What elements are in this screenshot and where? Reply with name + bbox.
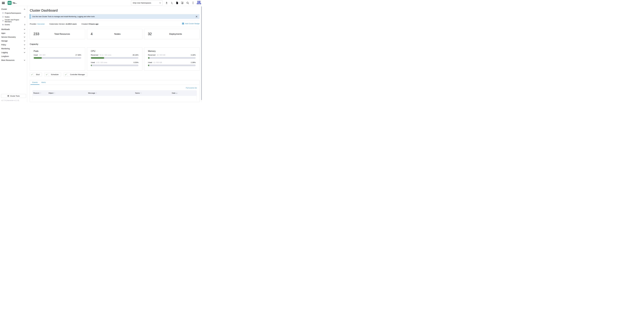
copy-kubeconfig-icon[interactable]	[181, 1, 184, 4]
gauge-percent: 28.18%	[132, 54, 138, 56]
top-header: ha... Only User Namespaces	[0, 0, 202, 6]
chevron-down-icon	[24, 29, 25, 30]
sort-icon	[140, 92, 142, 94]
chevron-down-icon	[159, 2, 161, 3]
chevron-down-icon	[24, 40, 25, 41]
sidebar-group-cluster[interactable]: Cluster	[0, 7, 27, 11]
sidebar-group-longhorn[interactable]: Longhorn	[0, 54, 27, 58]
check-icon	[45, 73, 49, 76]
sidebar-item-nodes[interactable]: Nodes 4	[0, 15, 27, 19]
folder-icon	[2, 24, 4, 25]
gear-icon	[7, 95, 9, 97]
stat-value: 32	[144, 32, 152, 36]
sort-icon	[54, 92, 55, 94]
sidebar-group-monitoring[interactable]: Monitoring	[0, 47, 27, 50]
capacity-grid: Pods Used 139 / 800 17.38% CPU Reserved …	[30, 47, 200, 70]
events-table-header: Reason Object Messag	[32, 90, 197, 96]
chevron-down-icon	[24, 60, 25, 61]
column-header-date[interactable]: Date	[171, 92, 197, 94]
page-title: Cluster Dashboard	[30, 8, 200, 12]
sidebar-group-logging[interactable]: Logging	[0, 50, 27, 54]
provider-link[interactable]: Harvester	[37, 23, 45, 25]
stat-label: Deployments	[152, 33, 200, 35]
sidebar-group-policy[interactable]: Policy	[0, 43, 27, 47]
gauge-detail: 16 / 503 GiB	[157, 54, 191, 56]
search-icon[interactable]	[186, 1, 189, 4]
gauge-percent: 17.38%	[75, 54, 81, 56]
globe-icon	[2, 20, 4, 22]
gauge-detail: 54.11 / 192 cores	[100, 54, 132, 56]
sidebar-item-projects-namespaces[interactable]: Projects/Namespaces	[0, 11, 27, 15]
user-avatar[interactable]	[197, 1, 201, 5]
chevron-up-icon	[24, 9, 25, 10]
globe-icon	[2, 12, 4, 14]
progress-bar	[148, 57, 196, 59]
gauge-percent: 3.18%	[191, 54, 196, 56]
item-count: 0	[24, 24, 25, 26]
gauge-label: Used	[148, 61, 152, 63]
stat-value: 4	[87, 32, 92, 36]
app-window: ha... Only User Namespaces	[0, 0, 202, 102]
namespace-filter-select[interactable]: Only User Namespaces	[131, 0, 163, 5]
upload-icon[interactable]	[165, 1, 168, 4]
sidebar-group-storage[interactable]: Storage	[0, 39, 27, 43]
stat-label: Nodes	[92, 33, 142, 35]
check-icon	[30, 73, 34, 76]
item-count: 4	[24, 16, 25, 18]
scrollbar-thumb[interactable]	[201, 6, 202, 100]
hamburger-menu-icon[interactable]	[2, 2, 5, 4]
add-cluster-badge-link[interactable]: Add Cluster Badge	[182, 23, 200, 24]
component-status-controller-manager: Controller Manager	[64, 73, 87, 76]
kubernetes-version-field: Kubernetes Version: v1.25.9+rke2r1	[50, 23, 77, 25]
events-panel: Events Alerts Full events list Reason	[30, 80, 200, 102]
progress-bar	[91, 65, 138, 66]
namespace-filter-value: Only User Namespaces	[133, 2, 151, 4]
sort-icon	[96, 92, 97, 94]
stat-card-total-resources: 233 Total Resources	[30, 29, 85, 39]
progress-bar	[148, 65, 196, 66]
harvester-logo[interactable]	[8, 1, 12, 5]
banner-text: Use the new Cluster Tools to manage and …	[32, 15, 196, 17]
component-status-etcd: Etcd	[30, 73, 42, 76]
sidebar-group-service-discovery[interactable]: Service Discovery	[0, 35, 27, 39]
stat-value: 233	[30, 32, 39, 36]
sidebar-item-cluster-project-members[interactable]: Cluster and Project Members	[0, 19, 27, 23]
kubeconfig-file-icon[interactable]	[176, 1, 178, 4]
column-header-name[interactable]: Name	[134, 92, 171, 94]
gauge-label: Used	[91, 61, 95, 63]
column-header-reason[interactable]: Reason	[32, 92, 48, 94]
close-icon[interactable]	[196, 15, 198, 18]
stat-label: Total Resources	[39, 33, 85, 35]
sidebar-group-more-resources[interactable]: More Resources	[0, 58, 27, 62]
column-header-message[interactable]: Message	[87, 92, 134, 94]
version-text: v2.7.6 (Harvester-v1.2.0)	[1, 100, 26, 101]
capacity-card-cpu: CPU Reserved 54.11 / 192 cores 28.18% Us…	[87, 47, 142, 70]
vertical-scrollbar[interactable]	[201, 6, 202, 102]
full-events-list-link[interactable]: Full events list	[186, 87, 197, 89]
events-table-body	[32, 96, 197, 100]
column-header-object[interactable]: Object	[48, 92, 87, 94]
sidebar-group-apps[interactable]: Apps	[0, 31, 27, 35]
component-status-scheduler: Scheduler	[44, 73, 61, 76]
badge-icon	[182, 23, 184, 24]
sidebar-item-events[interactable]: Events 0	[0, 23, 27, 26]
chevron-down-icon	[24, 48, 25, 49]
tab-alerts[interactable]: Alerts	[40, 80, 48, 85]
tab-events[interactable]: Events	[30, 80, 40, 85]
gauge-label: Used	[34, 54, 38, 56]
stat-card-deployments: 32 Deployments	[144, 29, 200, 39]
sidebar-group-workloads[interactable]: Workloads	[0, 27, 27, 31]
kebab-menu-icon[interactable]	[192, 1, 194, 4]
chevron-down-icon	[24, 44, 25, 45]
chevron-down-icon	[24, 33, 25, 34]
stat-card-nodes: 4 Nodes	[87, 29, 142, 39]
stats-row: 233 Total Resources 4 Nodes 32 Deploymen…	[30, 29, 200, 39]
shell-icon[interactable]	[170, 1, 173, 4]
cluster-meta-row: Provider: Harvester Kubernetes Version: …	[30, 21, 200, 27]
gauge-detail: 139 / 800	[39, 54, 76, 56]
cluster-name: ha...	[13, 2, 17, 4]
chevron-down-icon	[24, 37, 25, 37]
cluster-tools-button[interactable]: Cluster Tools	[1, 94, 26, 98]
chevron-down-icon	[24, 52, 25, 53]
progress-bar	[91, 57, 138, 59]
